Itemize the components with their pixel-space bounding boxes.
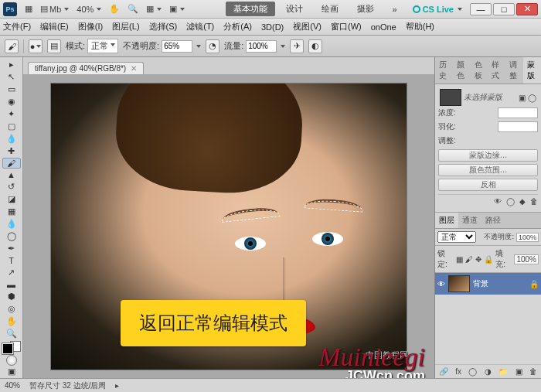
airbrush-icon[interactable]: ✈: [290, 39, 304, 53]
view-zoom-icon[interactable]: 🔍: [128, 4, 138, 14]
adjust-new-icon[interactable]: ◑: [485, 367, 492, 376]
blend-mode-field[interactable]: 模式: 正常: [66, 39, 118, 53]
dodge-tool-icon[interactable]: ◯: [2, 230, 21, 242]
mask-delete-icon[interactable]: 🗑: [530, 197, 538, 206]
3d-tool-icon[interactable]: ⬢: [2, 291, 21, 302]
menu-window[interactable]: 窗口(W): [331, 21, 362, 32]
screenmode-icon[interactable]: ▣: [2, 366, 21, 377]
color-range-button[interactable]: 颜色范围…: [438, 164, 538, 176]
tab-color[interactable]: 颜色: [453, 57, 471, 84]
doc-close-icon[interactable]: ✕: [131, 64, 137, 73]
lasso-tool-icon[interactable]: ◉: [2, 96, 21, 107]
heal-tool-icon[interactable]: ✚: [2, 145, 21, 157]
zoom-tool-icon[interactable]: 🔍: [2, 328, 21, 339]
menu-onone[interactable]: onOne: [371, 22, 396, 32]
layer-thumbnail[interactable]: [448, 275, 470, 292]
view-hand-icon[interactable]: ✋: [109, 4, 120, 14]
tab-paths[interactable]: 路径: [481, 213, 505, 228]
crop-tool-icon[interactable]: ▢: [2, 121, 21, 132]
minimize-button[interactable]: —: [470, 3, 492, 15]
brush-panel-icon[interactable]: ▤: [47, 39, 61, 53]
fx-icon[interactable]: fx: [455, 367, 461, 376]
menu-image[interactable]: 图像(I): [78, 21, 103, 32]
move-tool-icon[interactable]: ↖: [2, 71, 21, 83]
menu-view[interactable]: 视图(V): [293, 21, 322, 32]
status-zoom[interactable]: 40%: [5, 381, 20, 390]
status-info[interactable]: 暂存尺寸 32 边统/后周: [29, 380, 106, 391]
blend-mode-select[interactable]: 正常: [437, 231, 476, 243]
lock-all-icon[interactable]: 🔒: [484, 255, 493, 264]
menu-3d[interactable]: 3D(D): [261, 22, 284, 32]
3d-camera-icon[interactable]: ◎: [2, 303, 21, 315]
layer-row-bg[interactable]: 👁 背景 🔒: [435, 273, 541, 295]
color-swatches[interactable]: [2, 343, 21, 352]
menu-help[interactable]: 帮助(H): [406, 21, 434, 32]
mask-edge-button[interactable]: 蒙版边缘…: [438, 149, 538, 162]
fg-color[interactable]: [2, 343, 13, 354]
path-tool-icon[interactable]: ↗: [2, 267, 21, 278]
gradient-tool-icon[interactable]: ▦: [2, 206, 21, 217]
eyedropper-tool-icon[interactable]: 💧: [2, 133, 21, 145]
flow-input[interactable]: [246, 40, 277, 53]
brush-picker-icon[interactable]: ●: [29, 39, 43, 53]
feather-input[interactable]: [498, 121, 538, 132]
eraser-tool-icon[interactable]: ◪: [2, 193, 21, 205]
type-tool-icon[interactable]: T: [2, 255, 21, 266]
fill-input[interactable]: 100%: [514, 254, 539, 264]
menu-file[interactable]: 文件(F): [3, 21, 31, 32]
link-icon[interactable]: 🔗: [439, 367, 448, 376]
arrange-icon[interactable]: ▦: [146, 4, 162, 14]
expand-icon[interactable]: ▸: [2, 59, 21, 70]
shape-tool-icon[interactable]: ▬: [2, 279, 21, 290]
workspace-basic[interactable]: 基本功能: [226, 2, 275, 16]
menu-analysis[interactable]: 分析(A): [223, 21, 252, 32]
stamp-tool-icon[interactable]: ▲: [2, 169, 21, 180]
status-arrow-icon[interactable]: ▸: [115, 381, 119, 390]
invert-button[interactable]: 反相: [438, 179, 538, 191]
layer-name[interactable]: 背景: [473, 278, 488, 289]
opacity-input[interactable]: [162, 40, 192, 53]
workspace-design[interactable]: 设计: [278, 2, 311, 16]
canvas[interactable]: 返回正常编辑模式: [51, 84, 407, 370]
mask-eye-icon[interactable]: 👁: [494, 197, 502, 206]
pen-tool-icon[interactable]: ✒: [2, 243, 21, 254]
zoom-readout[interactable]: 40%: [77, 5, 101, 14]
density-input[interactable]: [498, 107, 538, 118]
tb-bridge[interactable]: ▦: [25, 4, 32, 14]
history-brush-icon[interactable]: ↺: [2, 181, 21, 193]
pressure-size-icon[interactable]: ◐: [308, 39, 322, 53]
tab-style[interactable]: 样式: [488, 57, 505, 84]
workspace-more[interactable]: »: [385, 3, 405, 15]
mode-select[interactable]: 正常: [87, 39, 118, 53]
mask-load-icon[interactable]: ◯: [506, 197, 515, 206]
blur-tool-icon[interactable]: 💧: [2, 218, 21, 230]
workspace-paint[interactable]: 绘画: [314, 2, 346, 16]
mask-apply-icon[interactable]: ◆: [519, 197, 526, 206]
tab-swatch[interactable]: 色板: [471, 57, 488, 84]
menu-layer[interactable]: 图层(L): [112, 21, 139, 32]
trash-icon[interactable]: 🗑: [529, 367, 537, 376]
brush-tool-icon[interactable]: 🖌: [2, 158, 21, 169]
layer-opacity-input[interactable]: 100%: [516, 233, 539, 242]
hand-tool-icon[interactable]: ✋: [2, 315, 21, 327]
screen-mode-icon[interactable]: ▣: [169, 4, 185, 14]
group-icon[interactable]: 📁: [498, 367, 508, 376]
cslive-button[interactable]: CS Live: [413, 5, 462, 14]
tb-minibridge[interactable]: ▤ Mb: [40, 4, 69, 14]
tool-preset-icon[interactable]: 🖌: [5, 39, 19, 53]
newlayer-icon[interactable]: ▣: [515, 367, 522, 376]
tab-channels[interactable]: 通道: [458, 213, 481, 228]
menu-select[interactable]: 选择(S): [149, 21, 178, 32]
workspace-photo[interactable]: 摄影: [349, 2, 382, 16]
lock-trans-icon[interactable]: ▦: [456, 255, 463, 264]
visibility-icon[interactable]: 👁: [437, 280, 445, 288]
wand-tool-icon[interactable]: ✦: [2, 108, 21, 120]
lock-pos-icon[interactable]: ✥: [475, 255, 481, 264]
menu-filter[interactable]: 滤镜(T): [186, 21, 214, 32]
tab-layers[interactable]: 图层: [435, 213, 458, 228]
pressure-opacity-icon[interactable]: ◔: [206, 39, 219, 53]
doc-tab[interactable]: tiffany.jpg @ 40%(RGB/8*) ✕: [28, 62, 144, 74]
tab-history[interactable]: 历史: [435, 57, 453, 84]
maximize-button[interactable]: □: [493, 3, 515, 15]
tab-adjust[interactable]: 调整: [505, 57, 523, 84]
